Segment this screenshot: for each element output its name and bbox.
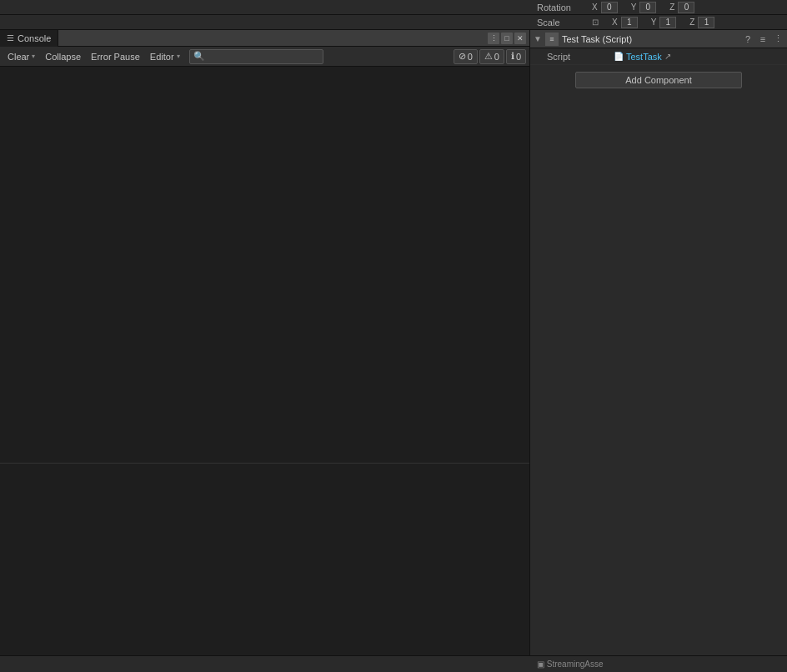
component-more-icon[interactable]: ⋮	[772, 33, 784, 45]
rotation-x-value[interactable]: 0	[601, 2, 618, 13]
script-file-icon: 📄	[614, 52, 624, 61]
console-toolbar: Clear ▾ Collapse Error Pause Editor ▾ 🔍 …	[0, 47, 529, 67]
rotation-bar-left	[0, 0, 530, 14]
streaming-assets-text: ▣ StreamingAsse	[537, 659, 604, 669]
clear-label: Clear	[8, 52, 29, 62]
scale-x-label: X	[612, 18, 618, 27]
add-component-area: Add Component	[530, 65, 787, 95]
rotation-x-label: X	[592, 3, 598, 12]
search-icon: 🔍	[193, 51, 205, 62]
scale-z-label: Z	[689, 18, 694, 27]
clear-button[interactable]: Clear ▾	[3, 49, 39, 64]
component-header: ▼ ≡ Test Task (Script) ? ≡ ⋮	[530, 30, 787, 48]
scale-y-field: Y 1	[651, 17, 677, 28]
rotation-label: Rotation	[537, 3, 579, 13]
rotation-z-label: Z	[669, 3, 674, 12]
component-controls: ? ≡ ⋮	[742, 33, 784, 45]
scale-z-field: Z 1	[689, 17, 714, 28]
console-close-btn[interactable]: ✕	[514, 33, 526, 44]
console-tab-label: Console	[18, 33, 51, 43]
add-component-button[interactable]: Add Component	[575, 72, 742, 88]
script-field-value: 📄 TestTask ↗	[614, 52, 671, 62]
console-tab-controls: ⋮ □ ✕	[488, 33, 529, 44]
console-log-area[interactable]	[0, 67, 529, 463]
info-badge-icon: ℹ	[511, 51, 514, 62]
console-tab-icon: ☰	[7, 33, 14, 43]
collapse-button[interactable]: Collapse	[41, 49, 85, 64]
error-badge-icon: ⊘	[459, 51, 466, 62]
clear-chevron: ▾	[32, 53, 35, 60]
scale-y-value[interactable]: 1	[659, 17, 676, 28]
component-settings-icon[interactable]: ≡	[757, 33, 769, 45]
rotation-z-field: Z 0	[669, 2, 694, 13]
scale-icon-field: ⊡	[592, 18, 599, 27]
rotation-z-value[interactable]: 0	[678, 2, 694, 13]
console-maximize-btn[interactable]: □	[501, 33, 513, 44]
scale-x-value[interactable]: 1	[621, 17, 638, 28]
console-more-btn[interactable]: ⋮	[488, 33, 499, 44]
editor-label: Editor	[150, 52, 174, 62]
collapse-label: Collapse	[45, 52, 81, 62]
scale-bar-left	[0, 15, 530, 29]
info-count: 0	[516, 52, 521, 62]
script-file-name[interactable]: TestTask	[626, 52, 662, 62]
editor-button[interactable]: Editor ▾	[146, 49, 184, 64]
rotation-y-label: Y	[631, 3, 637, 12]
editor-chevron: ▾	[177, 53, 180, 60]
rotation-y-field: Y 0	[631, 2, 657, 13]
component-script-icon: ≡	[545, 33, 559, 46]
scale-label: Scale	[537, 18, 579, 28]
status-bar: ▣ StreamingAsse	[0, 655, 787, 672]
inspector-panel: ▼ ≡ Test Task (Script) ? ≡ ⋮ Script 📄 Te…	[530, 30, 787, 655]
warning-badge-icon: ⚠	[484, 51, 493, 62]
error-pause-button[interactable]: Error Pause	[87, 49, 144, 64]
console-panel: ☰ Console ⋮ □ ✕ Clear ▾ Collapse Error P…	[0, 30, 530, 655]
console-search-field[interactable]: 🔍	[189, 49, 324, 64]
error-pause-label: Error Pause	[91, 52, 140, 62]
status-right: ▣ StreamingAsse	[537, 659, 780, 669]
scale-x-field: X 1	[612, 17, 638, 28]
scale-bar-right: Scale ⊡ X 1 Y 1 Z 1	[530, 15, 787, 29]
component-help-icon[interactable]: ?	[742, 33, 754, 45]
error-count: 0	[468, 52, 473, 62]
scale-z-value[interactable]: 1	[698, 17, 714, 28]
script-open-icon[interactable]: ↗	[664, 52, 671, 61]
rotation-bar-right: Rotation X 0 Y 0 Z 0	[530, 0, 787, 14]
console-tab[interactable]: ☰ Console	[0, 30, 58, 47]
component-title: Test Task (Script)	[562, 34, 739, 44]
console-tab-bar: ☰ Console ⋮ □ ✕	[0, 30, 529, 47]
warning-counter[interactable]: ⚠ 0	[479, 49, 504, 64]
error-counter[interactable]: ⊘ 0	[454, 49, 478, 64]
info-counter[interactable]: ℹ 0	[506, 49, 526, 64]
rotation-x-field: X 0	[592, 2, 618, 13]
scale-lock-icon: ⊡	[592, 18, 599, 27]
console-detail-area	[0, 464, 529, 655]
script-field-label: Script	[547, 52, 614, 62]
component-collapse-arrow[interactable]: ▼	[534, 34, 542, 43]
warning-count: 0	[494, 52, 499, 62]
rotation-y-value[interactable]: 0	[639, 2, 656, 13]
scale-y-label: Y	[651, 18, 657, 27]
script-field-row: Script 📄 TestTask ↗	[530, 48, 787, 65]
console-search-input[interactable]	[208, 52, 320, 62]
